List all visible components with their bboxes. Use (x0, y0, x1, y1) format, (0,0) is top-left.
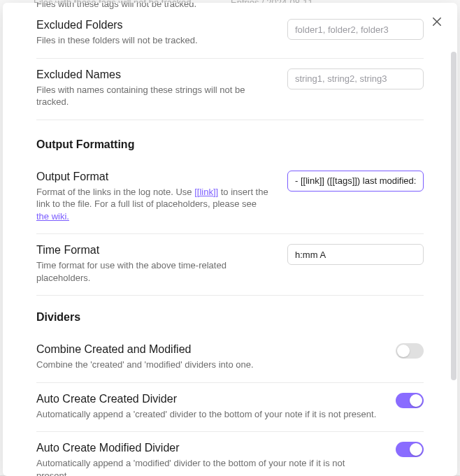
excluded-names-desc: Files with names containing these string… (36, 84, 271, 108)
link-placeholder-link[interactable]: [[link]] (194, 187, 218, 197)
time-format-input[interactable] (287, 244, 424, 265)
row-excluded-folders: Excluded Folders Files in these folders … (36, 9, 424, 59)
output-format-input[interactable]: - [[link]] ([[tags]]) last modified: (287, 171, 424, 192)
toggle-knob (410, 394, 422, 407)
auto-created-desc: Automatically append a 'created' divider… (36, 408, 379, 421)
section-dividers: Dividers (36, 296, 424, 333)
row-combine-created-modified: Combine Created and Modified Combine the… (36, 333, 424, 383)
link-wiki[interactable]: the wiki. (36, 211, 69, 222)
auto-created-toggle[interactable] (396, 393, 424, 408)
close-icon (431, 15, 443, 28)
row-excluded-names: Excluded Names Files with names containi… (36, 59, 424, 120)
excluded-names-title: Excluded Names (36, 68, 271, 81)
auto-created-title: Auto Create Created Divider (36, 393, 379, 405)
auto-modified-desc: Automatically append a 'modified' divide… (36, 457, 379, 476)
row-auto-created-divider: Auto Create Created Divider Automaticall… (36, 383, 424, 433)
auto-modified-toggle[interactable] (396, 442, 424, 457)
time-format-desc: Time format for use with the above time-… (36, 259, 271, 284)
time-format-title: Time Format (36, 244, 271, 257)
settings-scroll-area: Files with these tags will not be tracke… (3, 3, 457, 476)
row-time-format: Time Format Time format for use with the… (36, 234, 424, 296)
toggle-knob (410, 443, 422, 456)
auto-modified-title: Auto Create Modified Divider (36, 442, 379, 454)
settings-modal: Files with these tags will not be tracke… (3, 3, 457, 476)
excluded-folders-title: Excluded Folders (36, 19, 271, 31)
excluded-folders-input[interactable] (287, 19, 424, 40)
close-button[interactable] (429, 14, 445, 29)
scrollbar-thumb[interactable] (451, 52, 457, 380)
excluded-folders-desc: Files in these folders will not be track… (36, 34, 271, 47)
combine-desc: Combine the 'created' and 'modified' div… (36, 359, 379, 371)
row-auto-modified-divider: Auto Create Modified Divider Automatical… (36, 432, 424, 476)
toggle-knob (397, 345, 410, 357)
truncated-prev-row-desc: Files with these tags will not be tracke… (36, 3, 424, 9)
excluded-names-input[interactable] (287, 68, 424, 89)
section-output-formatting: Output Formatting (36, 120, 424, 161)
combine-title: Combine Created and Modified (36, 343, 379, 356)
combine-toggle[interactable] (396, 343, 424, 359)
output-format-title: Output Format (36, 171, 271, 183)
output-format-desc: Format of the links in the log note. Use… (36, 186, 271, 223)
output-format-desc-pre: Format of the links in the log note. Use (36, 187, 194, 197)
row-output-format: Output Format Format of the links in the… (36, 161, 424, 235)
output-format-value: - [[link]] ([[tags]]) last modified: (295, 175, 416, 186)
